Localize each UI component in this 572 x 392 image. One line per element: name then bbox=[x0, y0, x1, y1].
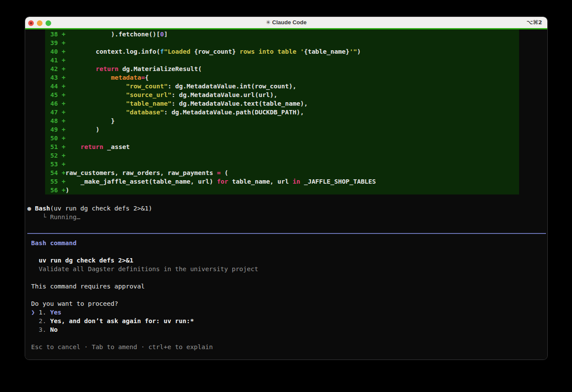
dialog-option-yes-dont-ask[interactable]: 2. Yes, and don’t ask again for: uv run:… bbox=[27, 317, 258, 325]
terminal-line bbox=[27, 247, 258, 256]
dialog-option-yes[interactable]: ❯ 1. Yes bbox=[27, 308, 258, 317]
tool-status-block: ● Bash(uv run dg check defs 2>&1) └ Runn… bbox=[27, 204, 152, 221]
diff-line: 50 + bbox=[50, 134, 519, 143]
diff-line: 51 + return _asset bbox=[50, 143, 519, 151]
diff-line: 39 + bbox=[50, 39, 519, 47]
diff-line: 49 + ) bbox=[50, 125, 519, 134]
diff-line: 46 + "table_name": dg.MetadataValue.text… bbox=[50, 99, 519, 108]
diff-line: 44 + "row_count": dg.MetadataValue.int(r… bbox=[50, 82, 519, 91]
diff-line: 54 +raw_customers, raw_orders, raw_payme… bbox=[50, 168, 519, 177]
permission-dialog: Bash command uv run dg check defs 2>&1 V… bbox=[27, 239, 258, 351]
macos-window: ✳ Claude Code ⌥⌘2 38 + ).fetchone()[0]39… bbox=[25, 16, 548, 360]
diff-line: 53 + bbox=[50, 160, 519, 168]
section-divider bbox=[27, 233, 546, 234]
dialog-title-line: Bash command bbox=[27, 239, 258, 247]
window-titlebar[interactable]: ✳ Claude Code ⌥⌘2 bbox=[25, 17, 547, 28]
diff-line: 40 + context.log.info(f"Loaded {row_coun… bbox=[50, 47, 519, 56]
diff-line: 42 + return dg.MaterializeResult( bbox=[50, 65, 519, 73]
terminal-line bbox=[27, 334, 258, 343]
terminal-content[interactable]: 38 + ).fetchone()[0]39 +40 + context.log… bbox=[25, 28, 547, 360]
diff-line: 43 + metadata={ bbox=[50, 73, 519, 82]
diff-line: 45 + "source_url": dg.MetadataValue.url(… bbox=[50, 91, 519, 99]
window-shortcut-badge: ⌥⌘2 bbox=[526, 17, 542, 28]
proceed-question-line: Do you want to proceed? bbox=[27, 299, 258, 308]
dialog-option-no[interactable]: 3. No bbox=[27, 325, 258, 334]
diff-line: 47 + "database": dg.MetadataValue.path(D… bbox=[50, 108, 519, 117]
diff-line: 38 + ).fetchone()[0] bbox=[50, 30, 519, 39]
command-description-line: Validate all Dagster definitions in the … bbox=[27, 265, 258, 273]
window-title: ✳ Claude Code bbox=[25, 17, 547, 28]
diff-line: 41 + bbox=[50, 56, 519, 65]
command-line: uv run dg check defs 2>&1 bbox=[27, 256, 258, 265]
diff-line: 56 +) bbox=[50, 186, 519, 194]
diff-line: 55 + _make_jaffle_asset(table_name, url)… bbox=[50, 177, 519, 186]
approval-notice-line: This command requires approval bbox=[27, 282, 258, 291]
diff-block: 38 + ).fetchone()[0]39 +40 + context.log… bbox=[45, 29, 519, 194]
tool-status-line: └ Running… bbox=[27, 213, 152, 221]
diff-line: 52 + bbox=[50, 151, 519, 160]
tool-call-line: ● Bash(uv run dg check defs 2>&1) bbox=[27, 204, 152, 213]
hint-line: Esc to cancel · Tab to amend · ctrl+e to… bbox=[27, 343, 258, 351]
terminal-line bbox=[27, 273, 258, 282]
diff-line: 48 + } bbox=[50, 117, 519, 125]
terminal-line bbox=[27, 291, 258, 299]
